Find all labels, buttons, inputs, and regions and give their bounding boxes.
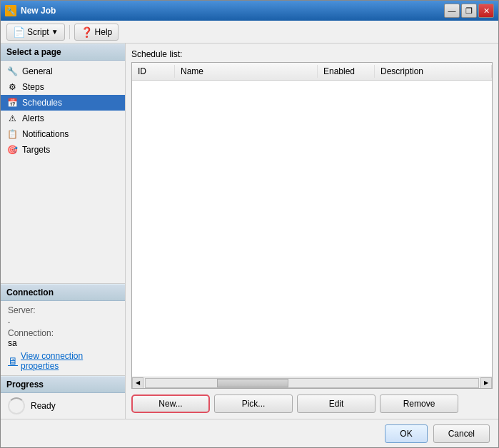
- title-bar-controls: — ❐ ✕: [444, 4, 494, 18]
- scroll-left-arrow[interactable]: ◀: [132, 377, 143, 389]
- sidebar-item-general[interactable]: 🔧 General: [1, 63, 125, 79]
- left-panel: Select a page 🔧 General ⚙ Steps 📅 Schedu…: [1, 44, 126, 419]
- script-button[interactable]: 📄 Script ▼: [6, 24, 65, 41]
- cancel-button[interactable]: Cancel: [433, 424, 490, 443]
- connection-content: Server: . Connection: sa 🖥 View connecti…: [1, 301, 125, 375]
- pick-button[interactable]: Pick...: [214, 394, 293, 413]
- new-button[interactable]: New...: [131, 394, 210, 413]
- window-icon: 🔧: [5, 5, 16, 16]
- bottom-bar: OK Cancel: [1, 419, 498, 447]
- minimize-button[interactable]: —: [444, 4, 460, 18]
- script-icon: 📄: [13, 26, 25, 38]
- sidebar-item-steps[interactable]: ⚙ Steps: [1, 79, 125, 95]
- progress-status: Ready: [31, 401, 56, 411]
- col-header-description: Description: [375, 65, 492, 78]
- sidebar-item-label-steps: Steps: [22, 82, 44, 92]
- main-content: Select a page 🔧 General ⚙ Steps 📅 Schedu…: [1, 44, 498, 419]
- alerts-icon: ⚠: [6, 113, 18, 124]
- view-connection-label: View connection properties: [21, 351, 118, 371]
- select-page-header: Select a page: [1, 44, 125, 61]
- horizontal-scrollbar[interactable]: ◀ ▶: [132, 377, 492, 388]
- toolbar-separator: [69, 25, 70, 39]
- window-title: New Job: [21, 6, 56, 16]
- schedule-table: ID Name Enabled Description ◀ ▶: [131, 62, 493, 389]
- table-body[interactable]: [132, 81, 492, 377]
- col-header-name: Name: [175, 65, 318, 78]
- server-label: Server:: [8, 305, 118, 315]
- col-header-id: ID: [132, 65, 175, 78]
- progress-spinner: [8, 397, 25, 414]
- scrollbar-track[interactable]: [145, 378, 479, 388]
- main-window: 🔧 New Job — ❐ ✕ 📄 Script ▼ ❓ Help Select…: [0, 0, 499, 448]
- sidebar-item-notifications[interactable]: 📋 Notifications: [1, 126, 125, 142]
- title-bar: 🔧 New Job — ❐ ✕: [1, 1, 498, 21]
- close-button[interactable]: ✕: [478, 4, 494, 18]
- general-icon: 🔧: [6, 66, 18, 77]
- server-value: .: [8, 315, 118, 325]
- connection-header: Connection: [1, 284, 125, 301]
- notifications-icon: 📋: [6, 128, 18, 140]
- sidebar-item-label-alerts: Alerts: [22, 113, 44, 123]
- scroll-right-arrow[interactable]: ▶: [480, 377, 492, 389]
- targets-icon: 🎯: [6, 144, 18, 156]
- sidebar-item-targets[interactable]: 🎯 Targets: [1, 142, 125, 158]
- sidebar-item-schedules[interactable]: 📅 Schedules: [1, 95, 125, 111]
- action-buttons: New... Pick... Edit Remove: [131, 394, 493, 413]
- sidebar-item-label-schedules: Schedules: [22, 98, 62, 108]
- progress-content: Ready: [1, 393, 125, 419]
- progress-section: Progress Ready: [1, 375, 125, 419]
- progress-header: Progress: [1, 376, 125, 393]
- connection-section: Connection Server: . Connection: sa 🖥 Vi…: [1, 283, 125, 375]
- right-panel: Schedule list: ID Name Enabled Descripti…: [126, 44, 498, 419]
- nav-items: 🔧 General ⚙ Steps 📅 Schedules ⚠ Alerts 📋: [1, 61, 125, 283]
- connection-value: sa: [8, 338, 118, 348]
- toolbar: 📄 Script ▼ ❓ Help: [1, 21, 498, 44]
- schedules-icon: 📅: [6, 97, 18, 108]
- schedule-list-label: Schedule list:: [131, 49, 493, 59]
- col-header-enabled: Enabled: [318, 65, 375, 78]
- steps-icon: ⚙: [6, 81, 18, 93]
- sidebar-item-label-targets: Targets: [22, 145, 50, 155]
- edit-button[interactable]: Edit: [297, 394, 375, 413]
- connection-properties-icon: 🖥: [8, 355, 18, 367]
- table-header: ID Name Enabled Description: [132, 63, 492, 81]
- view-connection-link[interactable]: 🖥 View connection properties: [8, 351, 118, 371]
- script-dropdown-arrow: ▼: [51, 28, 59, 36]
- sidebar-item-label-notifications: Notifications: [22, 129, 69, 139]
- sidebar-item-label-general: General: [22, 66, 53, 76]
- remove-button[interactable]: Remove: [380, 394, 458, 413]
- help-label: Help: [95, 27, 113, 37]
- help-button[interactable]: ❓ Help: [74, 24, 119, 41]
- ok-button[interactable]: OK: [385, 424, 427, 443]
- help-icon: ❓: [81, 26, 93, 38]
- script-label: Script: [27, 27, 49, 37]
- sidebar-item-alerts[interactable]: ⚠ Alerts: [1, 111, 125, 126]
- restore-button[interactable]: ❐: [461, 4, 477, 18]
- connection-label: Connection:: [8, 328, 118, 338]
- title-bar-left: 🔧 New Job: [5, 5, 56, 16]
- scrollbar-thumb[interactable]: [217, 379, 288, 387]
